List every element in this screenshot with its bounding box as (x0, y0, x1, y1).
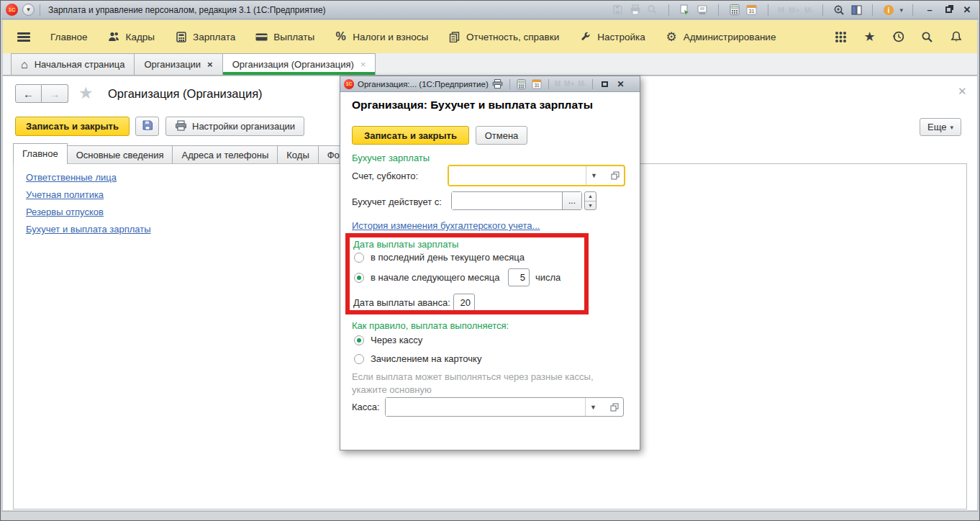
cashbox-input[interactable] (386, 398, 585, 416)
menu-item-payments[interactable]: Выплаты (245, 20, 325, 53)
restore-icon (945, 6, 952, 13)
effective-date-input[interactable] (452, 192, 562, 209)
1c-logo-icon: 1С (344, 79, 354, 89)
saved-files-icon[interactable] (696, 4, 709, 17)
dialog-save-and-close-button[interactable]: Записать и закрыть (352, 126, 469, 145)
window-bottom-frame (1, 511, 979, 520)
all-functions-grid-icon[interactable] (834, 30, 848, 44)
calculator-icon[interactable] (728, 4, 741, 17)
menu-item-salary[interactable]: Зарплата (165, 20, 245, 53)
organization-form-tabs: Главное Основные сведения Адреса и телеф… (13, 143, 366, 164)
separator (822, 4, 823, 16)
tab-organizations[interactable]: Организации × (134, 53, 222, 75)
radio-icon (354, 354, 364, 364)
memory-recall-button[interactable]: M (555, 80, 561, 88)
print-icon[interactable] (629, 4, 642, 17)
tab-label: Организации (144, 59, 201, 70)
payday-day-input[interactable] (508, 268, 530, 286)
tab-organization-card[interactable]: Организация (Организация) × (222, 53, 376, 75)
favorites-star-icon[interactable]: ★ (863, 30, 876, 44)
print-icon[interactable] (492, 78, 504, 90)
link-vacation-reserves[interactable]: Резервы отпусков (26, 207, 104, 217)
account-subconto-input[interactable] (449, 166, 586, 185)
tab-home[interactable]: ⌂ Начальная страница (11, 53, 135, 75)
radio-start-of-next-month[interactable]: в начале следующего месяца (354, 272, 499, 283)
calculator-icon[interactable] (516, 78, 527, 90)
menu-item-reports[interactable]: Отчетность, справки (438, 20, 569, 53)
save-button[interactable] (135, 117, 159, 136)
restore-button[interactable] (941, 4, 956, 17)
link-responsible-persons[interactable]: Ответственные лица (26, 172, 117, 183)
home-icon: ⌂ (21, 59, 28, 71)
date-picker-button[interactable]: ... (562, 192, 581, 209)
forward-button[interactable]: → (42, 84, 68, 103)
form-close-icon[interactable]: ✕ (958, 85, 967, 98)
form-tab-main[interactable]: Главное (13, 143, 68, 164)
spinner-up-icon[interactable]: ▲ (585, 192, 596, 201)
memory-add-button[interactable]: M+ (789, 6, 800, 14)
button-label: Записать и закрыть (364, 130, 457, 141)
calendar-icon[interactable]: 31 (531, 78, 543, 90)
form-tab-codes[interactable]: Коды (277, 145, 318, 164)
memory-recall-button[interactable]: M (778, 6, 784, 14)
people-icon (108, 32, 120, 42)
close-tab-icon[interactable]: × (360, 59, 366, 70)
separator (768, 4, 768, 16)
split-view-icon[interactable] (850, 4, 863, 17)
memory-subtract-button[interactable]: M- (578, 80, 586, 88)
printer-icon (175, 120, 187, 133)
organization-settings-button[interactable]: Настройки организации (165, 117, 304, 136)
back-button[interactable]: ← (15, 84, 42, 103)
link-accounting-and-payroll[interactable]: Бухучет и выплата зарплаты (26, 224, 151, 235)
dropdown-arrow-icon[interactable]: ▼ (585, 398, 601, 416)
radio-last-day-of-month[interactable]: в последний день текущего месяца (354, 252, 525, 263)
close-tab-icon[interactable]: × (207, 59, 213, 70)
radio-icon (354, 253, 364, 263)
advance-day-input[interactable] (453, 294, 475, 312)
dialog-close-button[interactable]: ✕ (614, 78, 627, 89)
link-accounting-policy[interactable]: Учетная политика (26, 189, 104, 200)
menu-item-main[interactable]: Главное (40, 20, 98, 53)
separator (912, 4, 913, 16)
menu-item-administration[interactable]: ⚙ Администрирование (655, 20, 786, 53)
dialog-cancel-button[interactable]: Отмена (476, 126, 527, 145)
info-icon[interactable]: i (882, 4, 895, 17)
menu-item-staff[interactable]: Кадры (98, 20, 165, 53)
memory-add-button[interactable]: M+ (564, 80, 574, 88)
info-dropdown-icon[interactable]: ▾ (899, 6, 903, 14)
close-button[interactable]: ✕ (960, 4, 974, 17)
radio-to-card[interactable]: Зачислением на карточку (354, 353, 481, 364)
open-reference-icon[interactable] (607, 166, 624, 185)
form-tab-addresses[interactable]: Адреса и телефоны (172, 145, 278, 164)
nav-history-buttons: ← → (15, 84, 68, 103)
radio-through-cashbox[interactable]: Через кассу (354, 335, 422, 345)
save-icon[interactable] (612, 4, 625, 17)
menu-item-taxes[interactable]: % Налоги и взносы (325, 20, 438, 53)
calendar-icon[interactable]: 31 (745, 4, 758, 17)
memory-subtract-button[interactable]: M- (804, 6, 814, 14)
zoom-icon[interactable] (832, 4, 845, 17)
notifications-bell-icon[interactable] (949, 30, 963, 44)
history-icon[interactable] (891, 30, 905, 44)
hamburger-menu-icon[interactable] (17, 32, 30, 42)
tab-label: Начальная страница (35, 59, 125, 70)
date-spinner: ▲ ▼ (584, 191, 596, 210)
system-menu-icon[interactable]: ▼ (22, 4, 35, 16)
minimize-button[interactable]: – (922, 4, 937, 17)
accounting-history-link[interactable]: История изменения бухгалтерского учета..… (352, 220, 540, 231)
add-favorite-star-icon[interactable]: ★ (78, 83, 94, 103)
maximize-button[interactable] (599, 78, 611, 89)
search-icon[interactable] (920, 30, 934, 44)
separator (548, 79, 549, 89)
menu-item-settings[interactable]: Настройка (569, 20, 655, 53)
accounting-effective-from-label: Бухучет действует с: (352, 196, 442, 207)
form-tab-basic-info[interactable]: Основные сведения (67, 145, 173, 164)
save-and-close-button[interactable]: Записать и закрыть (15, 117, 130, 136)
spinner-down-icon[interactable]: ▼ (585, 201, 596, 210)
dropdown-arrow-icon[interactable]: ▼ (586, 166, 602, 185)
open-reference-icon[interactable] (606, 398, 623, 416)
print-preview-icon[interactable] (646, 4, 659, 17)
menu-label: Налоги и взносы (353, 32, 428, 42)
more-button[interactable]: Еще ▾ (920, 118, 961, 136)
attach-file-icon[interactable] (679, 4, 691, 17)
